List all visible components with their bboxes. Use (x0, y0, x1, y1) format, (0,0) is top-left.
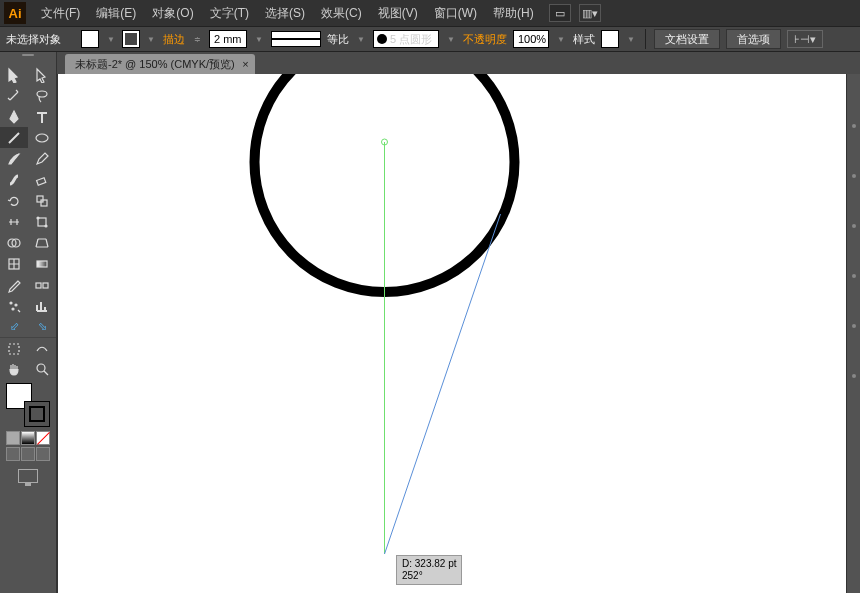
stroke-style-preview[interactable] (271, 31, 321, 47)
document-tab[interactable]: 未标题-2* @ 150% (CMYK/预览) × (65, 54, 255, 74)
toolbox: ⬃ ⬂ (0, 52, 57, 593)
selection-status: 未选择对象 (6, 32, 61, 47)
workspace: ⬃ ⬂ 未标题-2* (0, 52, 860, 593)
svg-point-7 (45, 225, 47, 227)
measurement-tooltip: D: 323.82 pt 252° (396, 555, 462, 585)
document-area: 未标题-2* @ 150% (CMYK/预览) × D: 323.82 pt 2… (57, 52, 860, 593)
svg-point-14 (10, 302, 12, 304)
ellipse-tool[interactable] (28, 127, 56, 148)
opacity-label[interactable]: 不透明度 (463, 32, 507, 47)
slice-select-tool[interactable] (0, 338, 28, 359)
menu-edit[interactable]: 编辑(E) (89, 1, 143, 26)
fill-swatch[interactable] (81, 30, 99, 48)
style-swatch[interactable] (601, 30, 619, 48)
menu-effect[interactable]: 效果(C) (314, 1, 369, 26)
svg-rect-12 (36, 283, 41, 288)
style-dropdown[interactable]: ▼ (625, 31, 637, 47)
line-tool[interactable] (0, 127, 28, 148)
arrange-icon[interactable]: ▥▾ (579, 4, 601, 22)
canvas[interactable]: D: 323.82 pt 252° (57, 74, 860, 593)
direct-selection-tool[interactable] (28, 64, 56, 85)
none-mode[interactable] (36, 431, 50, 445)
knife-tool[interactable] (28, 338, 56, 359)
tab-bar: 未标题-2* @ 150% (CMYK/预览) × (57, 52, 860, 74)
pen-tool[interactable] (0, 106, 28, 127)
opacity-dropdown[interactable]: ▼ (555, 31, 567, 47)
screen-mode[interactable] (18, 469, 38, 483)
column-graph-tool[interactable] (28, 295, 56, 316)
draw-normal[interactable] (6, 447, 20, 461)
pencil-tool[interactable] (28, 148, 56, 169)
brush-profile[interactable]: 5 点圆形 (373, 30, 439, 48)
eraser-tool[interactable] (28, 169, 56, 190)
profile-dropdown[interactable]: ▼ (445, 31, 457, 47)
svg-point-18 (37, 364, 45, 372)
stroke-label[interactable]: 描边 (163, 32, 185, 47)
stroke-swatch[interactable] (123, 31, 139, 47)
magic-wand-tool[interactable] (0, 85, 28, 106)
svg-point-15 (15, 304, 17, 306)
collapsed-panels[interactable] (846, 74, 860, 593)
shape-builder-tool[interactable] (0, 232, 28, 253)
layout-icon[interactable]: ▭ (549, 4, 571, 22)
menu-window[interactable]: 窗口(W) (427, 1, 484, 26)
hand-tool[interactable] (0, 358, 28, 379)
menu-view[interactable]: 视图(V) (371, 1, 425, 26)
stroke-box[interactable] (24, 401, 50, 427)
blob-brush-tool[interactable] (0, 169, 28, 190)
selection-tool[interactable] (0, 64, 28, 85)
svg-point-16 (12, 308, 14, 310)
symbol-sprayer-tool[interactable] (0, 295, 28, 316)
rotate-tool[interactable] (0, 190, 28, 211)
tab-close[interactable]: × (242, 58, 248, 70)
menu-file[interactable]: 文件(F) (34, 1, 87, 26)
lasso-tool[interactable] (28, 85, 56, 106)
blend-tool[interactable] (28, 274, 56, 295)
draw-behind[interactable] (21, 447, 35, 461)
type-tool[interactable] (28, 106, 56, 127)
brush-profile-label: 5 点圆形 (390, 32, 432, 47)
control-bar: 未选择对象 ▼ ▼ 描边 ≑ 2 mm ▼ 等比 ▼ 5 点圆形 ▼ 不透明度 … (0, 26, 860, 52)
menu-object[interactable]: 对象(O) (145, 1, 200, 26)
free-transform-tool[interactable] (28, 211, 56, 232)
tab-title: 未标题-2* @ 150% (CMYK/预览) (75, 57, 235, 72)
doc-setup-button[interactable]: 文档设置 (654, 29, 720, 49)
uniform-dropdown[interactable]: ▼ (355, 31, 367, 47)
gradient-mode[interactable] (21, 431, 35, 445)
width-tool[interactable] (0, 211, 28, 232)
svg-point-6 (37, 217, 39, 219)
tooltip-angle: 252° (402, 570, 456, 582)
paintbrush-tool[interactable] (0, 148, 28, 169)
svg-rect-13 (43, 283, 48, 288)
scale-tool[interactable] (28, 190, 56, 211)
style-label: 样式 (573, 32, 595, 47)
align-selector[interactable]: ⊦⊣▾ (787, 30, 823, 48)
stroke-weight-dropdown[interactable]: ▼ (253, 31, 265, 47)
opacity-input[interactable]: 100% (513, 30, 549, 48)
stroke-weight-input[interactable]: 2 mm (209, 30, 247, 48)
tooltip-distance: D: 323.82 pt (402, 558, 456, 570)
gradient-tool[interactable] (28, 253, 56, 274)
svg-point-1 (36, 134, 48, 142)
color-mode[interactable] (6, 431, 20, 445)
svg-point-0 (37, 91, 47, 97)
draw-inside[interactable] (36, 447, 50, 461)
perspective-grid-tool[interactable] (28, 232, 56, 253)
menu-help[interactable]: 帮助(H) (486, 1, 541, 26)
eyedropper-tool[interactable] (0, 274, 28, 295)
stroke-dropdown[interactable]: ▼ (145, 31, 157, 47)
svg-rect-17 (9, 344, 19, 354)
mesh-tool[interactable] (0, 253, 28, 274)
stroke-stepper-up[interactable]: ≑ (191, 31, 203, 47)
slice-tool[interactable]: ⬂ (28, 316, 56, 337)
app-logo: Ai (4, 2, 26, 24)
prefs-button[interactable]: 首选项 (726, 29, 781, 49)
zoom-tool[interactable] (28, 358, 56, 379)
menu-select[interactable]: 选择(S) (258, 1, 312, 26)
menu-type[interactable]: 文字(T) (203, 1, 256, 26)
artboard-tool[interactable]: ⬃ (0, 316, 28, 337)
fill-dropdown[interactable]: ▼ (105, 31, 117, 47)
fill-stroke-control[interactable] (6, 383, 50, 427)
svg-rect-5 (38, 218, 46, 226)
toolbox-grip[interactable] (0, 54, 56, 62)
